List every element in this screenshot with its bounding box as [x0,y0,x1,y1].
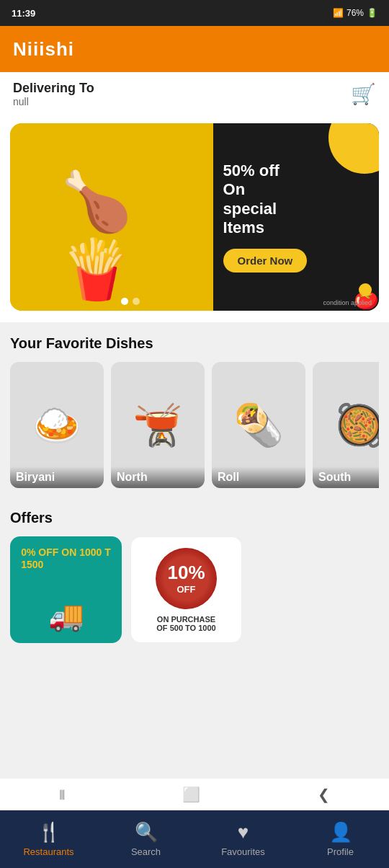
banner-section: 50% offOnspecialItems Order Now 🍅 condit… [0,116,389,322]
banner-condition: condition applied [323,299,372,306]
cart-icon[interactable]: 🛒 [351,82,376,106]
delivery-label: Delivering To [13,81,94,96]
nav-item-restaurants[interactable]: 🍴 Restaurants [0,821,97,857]
offers-row: 0% OFF ON 1000 T1500 🚚 10% OFF ON PURCHA… [10,536,379,649]
profile-icon: 👤 [329,821,352,843]
dish-label-roll: Roll [212,466,305,488]
offer-off-label: OFF [177,584,196,595]
delivery-address: null [13,96,94,107]
nav-item-profile[interactable]: 👤 Profile [292,821,389,857]
favorite-dishes-title: Your Favorite Dishes [10,335,379,352]
app-header: Niiishi [0,26,389,72]
favourites-icon: ♥ [238,821,249,843]
battery-text: 76% [346,8,364,18]
dish-card-biryani[interactable]: 🍛 Biryani [10,362,104,488]
dish-label-south: South [313,466,379,488]
nav-item-favourites[interactable]: ♥ Favourites [194,821,292,857]
dish-card-south[interactable]: 🥘 South [313,362,379,488]
banner-content: 50% offOnspecialItems Order Now 🍅 [213,123,379,311]
android-recents-button[interactable]: ⦀ [59,787,65,803]
offer-teal-text: 0% OFF ON 1000 T1500 [21,546,110,571]
android-nav: ⦀ ⬜ ❮ [0,779,389,810]
nav-label-profile: Profile [327,846,354,857]
restaurants-icon: 🍴 [37,821,61,843]
dish-label-biryani: Biryani [10,466,104,488]
delivery-info: Delivering To null [13,81,94,107]
banner-dots [121,298,140,305]
offer-circle: 10% OFF [156,548,217,609]
offer-card-teal[interactable]: 0% OFF ON 1000 T1500 🚚 [10,536,122,643]
battery-icon: 🔋 [367,8,377,18]
nav-label-search: Search [131,846,161,857]
promo-banner: 50% offOnspecialItems Order Now 🍅 condit… [10,123,379,311]
banner-offer-text: 50% offOnspecialItems [223,161,280,238]
status-time: 11:39 [12,8,35,19]
favorite-dishes-section: Your Favorite Dishes 🍛 Biryani 🫕 North 🌯… [0,322,389,498]
delivery-truck-icon: 🚚 [48,599,84,633]
offer-percent: 10% [167,562,205,584]
signal-icon: 📶 [333,8,344,18]
nav-label-favourites: Favourites [221,846,265,857]
status-icons: 📶 76% 🔋 [333,8,377,18]
delivery-bar: Delivering To null 🛒 [0,72,389,116]
status-bar: 11:39 📶 76% 🔋 [0,0,389,26]
dot-2 [133,298,140,305]
offer-white-sub: ON PURCHASEOF 500 TO 1000 [156,615,215,632]
nav-label-restaurants: Restaurants [23,846,73,857]
dish-card-north[interactable]: 🫕 North [111,362,205,488]
android-home-button[interactable]: ⬜ [182,786,200,803]
banner-food-image [10,123,213,311]
nav-item-search[interactable]: 🔍 Search [97,821,194,857]
search-icon: 🔍 [135,821,158,843]
dishes-row: 🍛 Biryani 🫕 North 🌯 Roll 🥘 South [10,362,379,491]
dish-card-roll[interactable]: 🌯 Roll [212,362,305,488]
offers-section: Offers 0% OFF ON 1000 T1500 🚚 10% OFF ON… [0,498,389,656]
order-now-button[interactable]: Order Now [223,249,308,273]
offers-title: Offers [10,510,379,526]
dot-1 [121,298,128,305]
app-title: Niiishi [13,38,74,61]
bottom-navigation: 🍴 Restaurants 🔍 Search ♥ Favourites 👤 Pr… [0,810,389,868]
android-back-button[interactable]: ❮ [318,786,330,803]
dish-label-north: North [111,466,205,488]
offer-card-white[interactable]: 10% OFF ON PURCHASEOF 500 TO 1000 [130,536,242,643]
